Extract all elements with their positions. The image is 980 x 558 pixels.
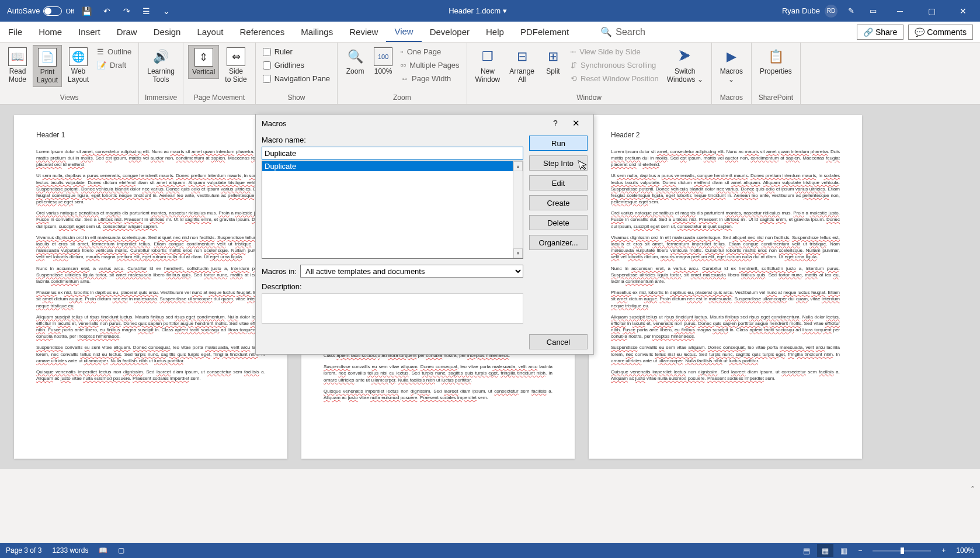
zoom-out-button[interactable]: − — [854, 546, 866, 554]
organizer-button[interactable]: Organizer... — [529, 235, 588, 250]
spelling-icon[interactable]: 📖 — [99, 546, 107, 554]
delete-button[interactable]: Delete — [529, 215, 588, 230]
collapse-ribbon-icon[interactable]: ⌃ — [970, 485, 975, 493]
zoom-100-button[interactable]: 100100% — [370, 45, 396, 78]
tab-mailings[interactable]: Mailings — [293, 22, 341, 42]
group-show: Show — [260, 93, 332, 103]
web-layout-button[interactable]: 🌐Web Layout — [64, 45, 92, 86]
tab-file[interactable]: File — [0, 22, 30, 42]
zoom-level[interactable]: 100% — [956, 546, 974, 554]
switch-windows-button[interactable]: ⮞Switch Windows ⌄ — [663, 45, 707, 86]
zoom-button[interactable]: 🔍Zoom — [342, 45, 368, 78]
scroll-up-icon[interactable]: ▴ — [513, 161, 523, 171]
side-to-side-button[interactable]: ⇔Side to Side — [221, 45, 250, 86]
document-title[interactable]: Header 1.docm ▾ — [173, 6, 782, 15]
learning-tools-button[interactable]: 🔊Learning Tools — [144, 45, 178, 86]
zoom-slider[interactable] — [873, 550, 931, 552]
print-layout-button[interactable]: 📄Print Layout — [33, 45, 62, 87]
group-views: Views — [5, 93, 134, 103]
macros-dialog: Macros ? ✕ Macro name: Duplicate ▴ ▾ Mac… — [255, 114, 594, 355]
undo-icon[interactable]: ↶ — [100, 4, 114, 18]
dialog-title: Macros — [262, 119, 547, 128]
properties-button[interactable]: 📋Properties — [756, 45, 795, 78]
zoom-in-button[interactable]: + — [938, 546, 949, 554]
new-window-button[interactable]: ❐New Window — [472, 45, 504, 86]
page-3[interactable]: Header 2 Lorem ipsum dolor sit amet, con… — [589, 115, 862, 459]
tab-insert[interactable]: Insert — [70, 22, 109, 42]
tab-developer[interactable]: Developer — [422, 22, 478, 42]
page-indicator[interactable]: Page 3 of 3 — [6, 546, 41, 554]
ruler-checkbox[interactable]: Ruler — [260, 46, 332, 57]
minimize-button[interactable]: ─ — [887, 2, 913, 20]
description-label: Description: — [262, 282, 523, 291]
macro-list[interactable]: Duplicate ▴ ▾ — [262, 161, 523, 259]
side-by-side-icon: ▫▫ — [571, 47, 576, 56]
comment-icon: 💬 — [915, 27, 925, 37]
tab-references[interactable]: References — [231, 22, 293, 42]
qat-more-icon[interactable]: ⌄ — [159, 4, 173, 18]
split-button[interactable]: ⊞Split — [540, 45, 566, 78]
macro-list-item[interactable]: Duplicate — [262, 161, 523, 171]
autosave-toggle[interactable]: AutoSave Off — [7, 6, 74, 16]
cancel-button[interactable]: Cancel — [529, 334, 588, 349]
group-macros: Macros — [717, 93, 746, 103]
tab-view[interactable]: View — [386, 22, 421, 42]
multi-page-button[interactable]: ▫▫Multiple Pages — [398, 60, 462, 71]
side-by-side-button: ▫▫View Side by Side — [568, 46, 661, 57]
user-name[interactable]: Ryan Dube — [782, 6, 820, 15]
scroll-down-icon[interactable]: ▾ — [513, 248, 523, 258]
reset-position-button: ⟲Reset Window Position — [568, 73, 661, 84]
tab-draw[interactable]: Draw — [109, 22, 145, 42]
vertical-button[interactable]: ⇕Vertical — [188, 45, 219, 79]
sync-scroll-button: ⇵Synchronous Scrolling — [568, 60, 661, 71]
draft-icon: 📝 — [97, 61, 106, 70]
nav-pane-checkbox[interactable]: Navigation Pane — [260, 73, 332, 84]
group-zoom: Zoom — [342, 93, 462, 103]
web-view-button[interactable]: ▥ — [836, 544, 852, 557]
ribbon-display-icon[interactable]: ▭ — [864, 4, 882, 18]
macros-button[interactable]: ▶Macros ⌄ — [717, 45, 746, 86]
arrange-all-button[interactable]: ⊟Arrange All — [506, 45, 538, 86]
macros-in-select[interactable]: All active templates and documents — [300, 265, 523, 278]
save-icon[interactable]: 💾 — [80, 4, 94, 18]
macro-name-input[interactable] — [262, 147, 523, 160]
macro-recording-icon[interactable]: ▢ — [118, 546, 124, 554]
focus-view-button[interactable]: ▤ — [798, 544, 815, 557]
run-button[interactable]: Run — [529, 136, 588, 151]
description-field — [262, 293, 523, 324]
simplify-ribbon-icon[interactable]: ✎ — [842, 4, 860, 18]
gridlines-checkbox[interactable]: Gridlines — [260, 60, 332, 71]
one-page-button[interactable]: ▫One Page — [398, 46, 462, 57]
dialog-close-button[interactable]: ✕ — [564, 118, 588, 129]
ribbon: 📖Read Mode 📄Print Layout 🌐Web Layout ☰Ou… — [0, 43, 980, 105]
outline-icon: ☰ — [97, 47, 104, 56]
dialog-help-button[interactable]: ? — [547, 119, 564, 128]
maximize-button[interactable]: ▢ — [918, 2, 945, 20]
comments-button[interactable]: 💬 Comments — [908, 25, 973, 40]
tab-home[interactable]: Home — [30, 22, 70, 42]
page-width-button[interactable]: ↔Page Width — [398, 73, 462, 84]
outline-button[interactable]: ☰Outline — [95, 46, 134, 57]
tab-layout[interactable]: Layout — [189, 22, 231, 42]
draft-button[interactable]: 📝Draft — [95, 60, 134, 71]
word-count[interactable]: 1233 words — [52, 546, 88, 554]
tab-design[interactable]: Design — [145, 22, 189, 42]
read-mode-button[interactable]: 📖Read Mode — [5, 45, 30, 86]
close-button[interactable]: ✕ — [950, 2, 976, 20]
search-box[interactable]: 🔍 Search — [600, 22, 857, 42]
touch-mode-icon[interactable]: ☰ — [140, 4, 154, 18]
print-layout-view-button[interactable]: ▦ — [817, 544, 833, 557]
edit-button[interactable]: Edit — [529, 175, 588, 190]
tab-pdfelement[interactable]: PDFelement — [512, 22, 577, 42]
step-into-button[interactable]: Step Into — [529, 155, 588, 171]
page-1[interactable]: Header 1 Lorem ipsum dolor sit amet, con… — [14, 115, 287, 459]
titlebar: AutoSave Off 💾 ↶ ↷ ☰ ⌄ Header 1.docm ▾ R… — [0, 0, 980, 22]
create-button[interactable]: Create — [529, 195, 588, 210]
page-width-icon: ↔ — [401, 74, 408, 83]
share-button[interactable]: 🔗 Share — [857, 25, 903, 40]
tab-review[interactable]: Review — [341, 22, 386, 42]
tab-help[interactable]: Help — [478, 22, 512, 42]
statusbar: Page 3 of 3 1233 words 📖 ▢ ▤ ▦ ▥ − + 100… — [0, 543, 980, 558]
redo-icon[interactable]: ↷ — [120, 4, 134, 18]
avatar[interactable]: RD — [825, 5, 837, 18]
